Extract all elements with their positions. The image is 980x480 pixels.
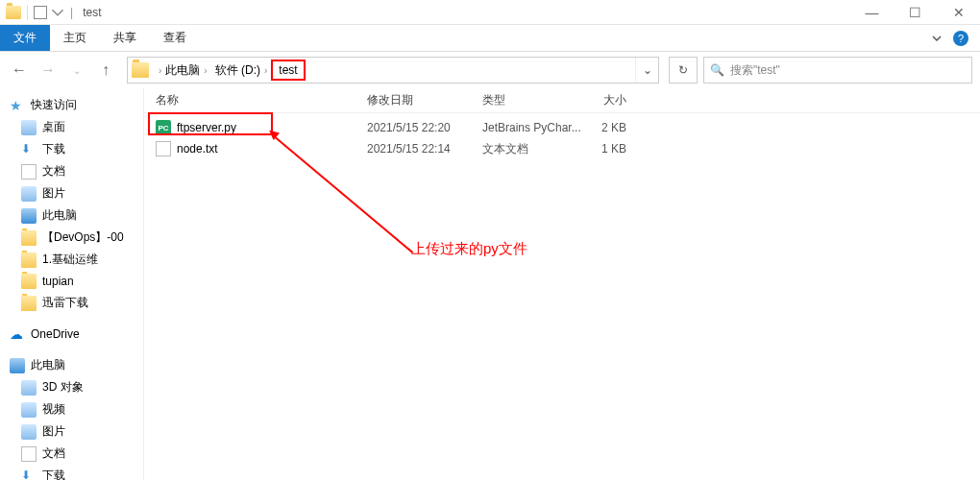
history-dropdown[interactable]: ⌄ xyxy=(65,59,88,82)
file-row[interactable]: node.txt 2021/5/15 22:14 文本文档 1 KB xyxy=(144,138,980,159)
sidebar-item-label: 此电脑 xyxy=(42,207,77,224)
refresh-button[interactable]: ↻ xyxy=(669,57,698,84)
sidebar-item-quick-access[interactable]: ★快速访问 xyxy=(0,94,143,116)
desktop-icon xyxy=(21,120,37,135)
sidebar-item-label: 视频 xyxy=(42,401,65,418)
column-header-date[interactable]: 修改日期 xyxy=(367,92,482,108)
sidebar-item-label: 图片 xyxy=(42,423,65,440)
document-icon xyxy=(21,164,37,180)
sidebar-item-label: 下载 xyxy=(42,468,65,480)
folder-icon xyxy=(21,274,37,289)
column-header-name[interactable]: 名称 xyxy=(156,92,367,108)
tab-view[interactable]: 查看 xyxy=(150,25,200,51)
sidebar-item-yunwei[interactable]: 1.基础运维 xyxy=(0,249,143,271)
sidebar-item-videos[interactable]: 视频 xyxy=(0,398,143,420)
breadcrumb-current[interactable]: test xyxy=(271,60,305,81)
text-file-icon xyxy=(156,141,171,156)
sidebar-item-desktop[interactable]: 桌面 xyxy=(0,116,143,138)
tab-home[interactable]: 主页 xyxy=(50,25,100,51)
sidebar-item-thispc[interactable]: 此电脑 xyxy=(0,204,143,227)
address-bar[interactable]: ›此电脑› 软件 (D:)› test ⌄ xyxy=(127,57,659,84)
star-icon: ★ xyxy=(10,98,25,113)
close-button[interactable]: ✕ xyxy=(937,0,980,25)
sidebar-item-downloads2[interactable]: ⬇下载 xyxy=(0,465,143,480)
separator xyxy=(27,5,28,20)
breadcrumb-label: 软件 (D:) xyxy=(215,62,260,79)
sidebar-item-label: 桌面 xyxy=(42,119,65,135)
folder-icon xyxy=(21,230,37,246)
file-list: PCftpserver.py 2021/5/15 22:20 JetBrains… xyxy=(144,113,980,159)
sidebar-item-label: 快速访问 xyxy=(31,97,77,113)
sidebar-item-label: tupian xyxy=(42,275,74,288)
explorer-body: ★快速访问 桌面 ⬇下载 文档 图片 此电脑 【DevOps】-00 1.基础运… xyxy=(0,88,980,480)
download-icon: ⬇ xyxy=(21,142,37,157)
sidebar-item-pictures[interactable]: 图片 xyxy=(0,182,143,204)
annotation-text: 上传过来的py文件 xyxy=(411,240,527,258)
sidebar-item-label: 图片 xyxy=(42,185,65,202)
sidebar-item-label: 下载 xyxy=(42,141,65,157)
title-bar: | test — ☐ ✕ xyxy=(0,0,980,25)
minimize-button[interactable]: — xyxy=(850,0,894,25)
file-size: 2 KB xyxy=(588,121,646,134)
sidebar-item-label: 文档 xyxy=(42,163,65,180)
sidebar-item-label: 3D 对象 xyxy=(42,379,84,396)
sidebar-item-pictures2[interactable]: 图片 xyxy=(0,420,143,443)
addressbar-folder-icon xyxy=(132,62,149,78)
sidebar-item-downloads[interactable]: ⬇下载 xyxy=(0,138,143,160)
search-icon: 🔍 xyxy=(710,63,724,77)
sidebar-item-thispc-root[interactable]: 此电脑 xyxy=(0,354,143,376)
sidebar-item-3d[interactable]: 3D 对象 xyxy=(0,376,143,398)
sidebar-item-label: 1.基础运维 xyxy=(42,252,98,268)
sidebar-item-onedrive[interactable]: ☁OneDrive xyxy=(0,324,143,345)
sidebar-item-documents[interactable]: 文档 xyxy=(0,160,143,182)
window-title-text: test xyxy=(83,6,101,19)
pictures-icon xyxy=(21,424,37,440)
expand-ribbon-icon[interactable] xyxy=(930,32,943,45)
sidebar-item-label: 此电脑 xyxy=(31,357,65,373)
file-name: ftpserver.py xyxy=(177,121,236,134)
file-type: JetBrains PyChar... xyxy=(482,121,588,134)
breadcrumb-label: test xyxy=(279,63,297,77)
navigation-pane[interactable]: ★快速访问 桌面 ⬇下载 文档 图片 此电脑 【DevOps】-00 1.基础运… xyxy=(0,88,144,480)
python-file-icon: PC xyxy=(156,120,171,135)
qat-checkbox-icon[interactable] xyxy=(34,6,47,19)
breadcrumb[interactable]: 软件 (D:)› xyxy=(211,62,272,79)
sidebar-item-documents2[interactable]: 文档 xyxy=(0,443,143,465)
sidebar-item-xunlei[interactable]: 迅雷下载 xyxy=(0,292,143,314)
pc-icon xyxy=(21,208,37,224)
sidebar-item-label: 文档 xyxy=(42,445,65,462)
up-button[interactable]: ↑ xyxy=(94,59,117,82)
video-icon xyxy=(21,402,37,418)
file-name: node.txt xyxy=(177,142,218,156)
file-type: 文本文档 xyxy=(482,141,588,157)
folder-icon xyxy=(21,296,37,311)
tab-share[interactable]: 共享 xyxy=(100,25,150,51)
column-header-size[interactable]: 大小 xyxy=(588,92,646,108)
file-row[interactable]: PCftpserver.py 2021/5/15 22:20 JetBrains… xyxy=(144,117,980,138)
pictures-icon xyxy=(21,186,37,202)
download-icon: ⬇ xyxy=(21,468,37,481)
ribbon-right: ? xyxy=(930,25,980,51)
breadcrumb[interactable]: ›此电脑› xyxy=(155,62,211,79)
sidebar-item-label: 迅雷下载 xyxy=(42,295,88,311)
folder-icon xyxy=(21,252,37,268)
sidebar-item-tupian[interactable]: tupian xyxy=(0,271,143,292)
help-icon[interactable]: ? xyxy=(953,31,968,46)
title-bar-divider: | xyxy=(70,6,73,19)
back-button[interactable]: ← xyxy=(8,59,31,82)
3d-icon xyxy=(21,380,37,396)
file-date: 2021/5/15 22:20 xyxy=(367,121,482,134)
sidebar-item-label: 【DevOps】-00 xyxy=(42,229,124,246)
sidebar-item-label: OneDrive xyxy=(31,327,80,341)
maximize-button[interactable]: ☐ xyxy=(894,0,937,25)
qat-dropdown-icon[interactable] xyxy=(51,6,64,19)
tab-file[interactable]: 文件 xyxy=(0,25,50,51)
addressbar-dropdown-icon[interactable]: ⌄ xyxy=(635,58,658,83)
pc-icon xyxy=(10,358,25,373)
column-header-type[interactable]: 类型 xyxy=(482,92,588,108)
cloud-icon: ☁ xyxy=(10,326,25,342)
navigation-row: ← → ⌄ ↑ ›此电脑› 软件 (D:)› test ⌄ ↻ 🔍 搜索"tes… xyxy=(0,52,980,88)
search-input[interactable]: 🔍 搜索"test" xyxy=(703,57,972,84)
forward-button[interactable]: → xyxy=(37,59,60,82)
sidebar-item-devops[interactable]: 【DevOps】-00 xyxy=(0,227,143,249)
